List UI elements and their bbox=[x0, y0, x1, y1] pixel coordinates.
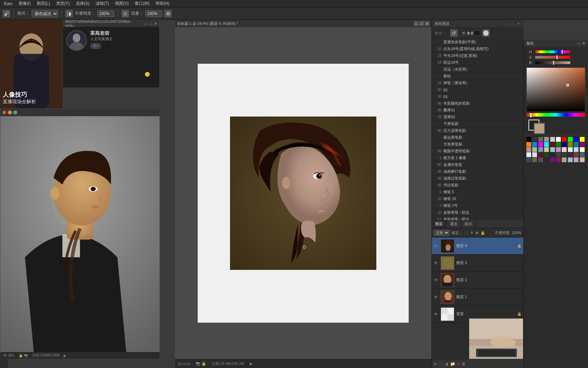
brush-settings-icon[interactable]: ⚙ bbox=[164, 10, 172, 17]
menu-item-filter[interactable]: 滤镜(T) bbox=[93, 0, 112, 7]
layer-row-1[interactable]: 👁 图层 1 bbox=[432, 289, 523, 306]
brush-refresh-icon[interactable]: ↺ bbox=[450, 29, 458, 37]
color-panel-minimize[interactable]: — bbox=[577, 41, 581, 46]
menu-item-window[interactable]: 窗口(W) bbox=[132, 0, 152, 7]
menu-item-eam[interactable]: Eam bbox=[1, 1, 15, 7]
color-swatch[interactable] bbox=[556, 137, 561, 142]
menu-item-view[interactable]: 视图(V) bbox=[112, 0, 131, 7]
brush-tool-icon[interactable]: 🖌 bbox=[3, 10, 10, 17]
sat-slider-bar[interactable] bbox=[535, 56, 570, 59]
color-panel-close[interactable]: ✕ bbox=[582, 41, 585, 46]
lock-icon-1[interactable]: ⬚ bbox=[465, 231, 468, 235]
brush-item[interactable]: 80金属对笔笔 bbox=[432, 162, 523, 168]
color-swatch[interactable] bbox=[574, 152, 578, 157]
color-swatch[interactable] bbox=[580, 147, 585, 152]
brush-item[interactable]: 50鹅圆半透明笔刷 bbox=[432, 148, 523, 155]
hue-slider-bar[interactable] bbox=[535, 50, 570, 53]
color-swatch[interactable] bbox=[568, 142, 573, 147]
color-swatch[interactable] bbox=[544, 142, 549, 147]
color-swatch[interactable] bbox=[532, 137, 537, 142]
color-swatch[interactable] bbox=[550, 152, 555, 157]
stream-close-btn[interactable]: ✕ bbox=[154, 21, 157, 26]
color-swatch[interactable] bbox=[562, 142, 567, 147]
doc-maximize-btn[interactable]: □ bbox=[13, 110, 17, 114]
color-swatch[interactable] bbox=[562, 152, 567, 157]
opacity-input[interactable] bbox=[97, 10, 114, 17]
color-swatch[interactable] bbox=[526, 152, 531, 157]
brush-item[interactable]: 90压力湿厚笔刷 bbox=[432, 127, 523, 134]
menu-item-type[interactable]: 类型(Y) bbox=[53, 0, 72, 7]
brush-panel-close-btn[interactable]: ✕ bbox=[516, 21, 521, 26]
layer-1b-eye[interactable]: 👁 bbox=[434, 278, 439, 282]
color-swatch[interactable] bbox=[538, 142, 543, 147]
color-swatch[interactable] bbox=[568, 147, 573, 152]
doc-play-btn[interactable]: ▶ bbox=[64, 354, 66, 357]
brush-item[interactable]: 渲边（水彩用） bbox=[432, 66, 523, 73]
layer-row-1b[interactable]: 👁 图层 1 bbox=[432, 272, 523, 289]
color-swatch[interactable] bbox=[544, 157, 549, 162]
color-swatch[interactable] bbox=[544, 147, 549, 152]
brush-item[interactable]: 硬边厚笔刷 bbox=[432, 134, 523, 141]
color-swatch[interactable] bbox=[526, 137, 531, 142]
color-swatch[interactable] bbox=[562, 137, 567, 142]
ps-canvas[interactable] bbox=[175, 27, 431, 359]
brush-item[interactable]: 90叠厚01 bbox=[432, 107, 523, 114]
color-swatch[interactable] bbox=[532, 152, 537, 157]
ps-play-btn[interactable]: ▶ bbox=[250, 362, 252, 366]
brush-item[interactable]: 40油画过笔笔刷 bbox=[432, 175, 523, 182]
color-swatch[interactable] bbox=[580, 142, 585, 147]
layer-add-icon[interactable]: + bbox=[457, 362, 460, 366]
brush-item[interactable]: 10皮肤画笔 - 软边 bbox=[432, 209, 523, 216]
color-swatch[interactable] bbox=[544, 152, 549, 157]
brightness-slider-bar[interactable] bbox=[535, 61, 570, 64]
color-swatch[interactable] bbox=[574, 147, 578, 152]
color-swatch[interactable] bbox=[526, 147, 531, 152]
layer-row-4[interactable]: 👁 图层 4 🔒 bbox=[432, 237, 523, 255]
layer-3-eye[interactable]: 👁 bbox=[434, 261, 439, 265]
tab-paths[interactable]: 路径 bbox=[461, 220, 476, 228]
menu-item-select[interactable]: 选择(S) bbox=[73, 0, 92, 7]
color-swatch[interactable] bbox=[538, 152, 543, 157]
doc-close-btn[interactable]: ✕ bbox=[2, 110, 6, 114]
color-swatch[interactable] bbox=[550, 142, 555, 147]
brush-item[interactable]: 普通色块笔刷(平滑) bbox=[432, 39, 523, 46]
ps-close-btn[interactable]: ✕ bbox=[425, 21, 429, 26]
brush-item[interactable]: 9002 bbox=[432, 87, 523, 93]
stream-maximize-btn[interactable]: □ bbox=[150, 21, 152, 26]
tab-channels[interactable]: 通道 bbox=[446, 220, 461, 228]
color-swatch[interactable] bbox=[550, 157, 555, 162]
color-swatch[interactable] bbox=[556, 157, 561, 162]
doc-minimize-btn[interactable]: — bbox=[8, 110, 12, 114]
brush-item[interactable]: 1硬方形 1 像素 bbox=[432, 155, 523, 162]
brush-item[interactable]: 19平头19号(过渡,剪画) bbox=[432, 52, 523, 59]
blend-mode-select[interactable]: 颜色减淡 bbox=[32, 10, 58, 17]
color-swatch[interactable] bbox=[538, 157, 543, 162]
color-swatch[interactable] bbox=[538, 147, 543, 152]
layer-mask-icon[interactable]: ⬚ bbox=[439, 362, 443, 366]
color-swatch[interactable] bbox=[532, 157, 537, 162]
color-swatch[interactable] bbox=[568, 137, 573, 142]
ps-maximize-btn[interactable]: □ bbox=[419, 21, 424, 26]
color-swatch[interactable] bbox=[562, 157, 567, 162]
layer-row-3[interactable]: 👁 图层 3 bbox=[432, 255, 523, 272]
brush-item[interactable]: 11皮肤画笔 - 硬边 bbox=[432, 216, 523, 220]
brush-item[interactable]: 10钢笔 10 bbox=[432, 196, 523, 202]
layer-4-eye[interactable]: 👁 bbox=[434, 244, 439, 248]
color-swatch[interactable] bbox=[550, 137, 555, 142]
brush-item[interactable]: 19软边19号 bbox=[432, 59, 523, 66]
lock-icon-3[interactable]: ⊕ bbox=[475, 231, 478, 235]
color-swatch[interactable] bbox=[532, 142, 537, 147]
tab-layers[interactable]: 图层 bbox=[432, 220, 446, 228]
brush-panel-minimize-btn[interactable]: — bbox=[510, 21, 514, 26]
menu-item-layer[interactable]: 图层(L) bbox=[34, 0, 53, 7]
stream-follow-btn[interactable]: 关+ bbox=[90, 43, 101, 49]
color-swatch[interactable] bbox=[580, 137, 585, 142]
brush-item[interactable]: 90丰富颜色的笔刷 bbox=[432, 100, 523, 107]
menu-item-image[interactable]: 图像(I) bbox=[16, 0, 33, 7]
layer-blend-select[interactable]: 正常 bbox=[434, 230, 450, 236]
color-swatch[interactable] bbox=[544, 137, 549, 142]
color-swatch[interactable] bbox=[574, 157, 578, 162]
brush-list[interactable]: 普通色块笔刷(平滑)10尖头19号(柔用勾线,面细节)19平头19号(过渡,剪画… bbox=[432, 39, 523, 220]
color-swatch[interactable] bbox=[526, 142, 531, 147]
background-swatch[interactable] bbox=[534, 123, 545, 134]
